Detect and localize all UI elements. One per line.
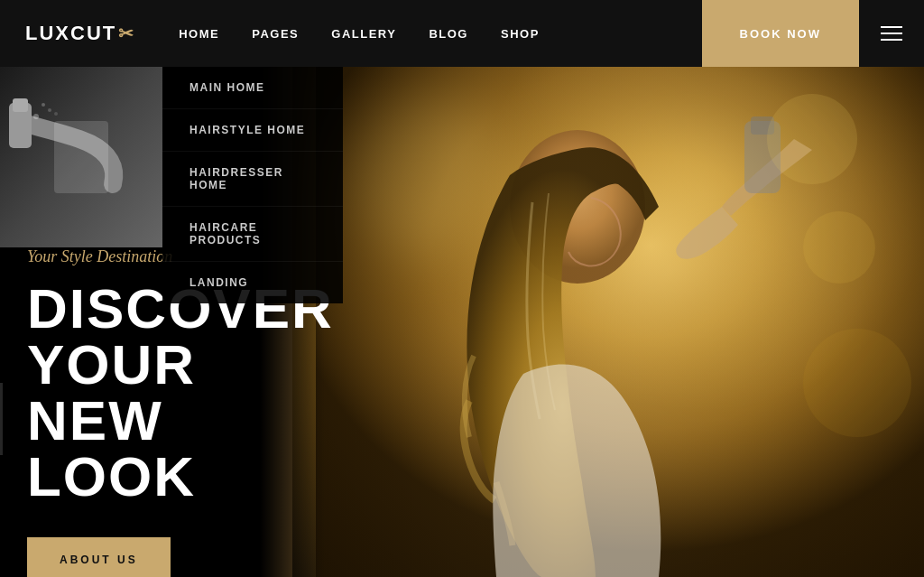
svg-point-6 [803,329,911,437]
dropdown-item-haircare-products[interactable]: HAIRCARE PRODUCTS [162,207,343,262]
dropdown-item-main-home[interactable]: MAIN HOME [162,67,343,109]
nav-item-home[interactable]: HOME [179,27,219,41]
svg-point-12 [48,108,51,112]
hero-title-line2: YOUR [27,333,196,396]
dropdown-item-landing[interactable]: LANDING [162,262,343,303]
hamburger-line-3 [881,39,902,41]
hero-title-line4: LOOK [27,445,196,507]
logo[interactable]: LUXCUT✂ [0,22,161,45]
svg-point-4 [767,94,857,184]
hero-image-svg [316,67,924,577]
pages-dropdown: MAIN HOME HAIRSTYLE HOME HAIRDRESSER HOM… [162,67,343,303]
hamburger-line-2 [881,33,902,34]
left-small-image [0,67,162,247]
book-now-button[interactable]: BOOK NOW [702,0,859,67]
svg-rect-10 [13,98,28,112]
main-nav: HOME PAGES GALLERY BLOG SHOP [161,27,701,41]
svg-point-11 [33,114,39,119]
logo-text: LUXCUT [25,22,116,45]
hamburger-menu[interactable] [859,26,924,41]
dropdown-item-hairdresser-home[interactable]: HAIRDRESSER HOME [162,152,343,207]
svg-point-5 [803,211,875,284]
about-us-button[interactable]: ABOUT US [27,537,171,577]
hero-title: DISCOVER YOUR NEW LOOK [27,281,325,505]
nav-item-pages[interactable]: PAGES [252,27,299,41]
svg-point-14 [54,112,58,116]
svg-rect-8 [0,67,162,247]
vertical-accent [0,383,3,455]
hero-title-line3: NEW [27,389,163,451]
nav-item-shop[interactable]: SHOP [501,27,540,41]
header: LUXCUT✂ HOME PAGES GALLERY BLOG SHOP BOO… [0,0,924,67]
hamburger-line-1 [881,26,902,28]
dropdown-item-hairstyle-home[interactable]: HAIRSTYLE HOME [162,109,343,152]
scissors-icon: ✂ [118,23,135,44]
svg-point-13 [42,103,45,107]
nav-item-gallery[interactable]: GALLERY [331,27,396,41]
main-content: MAIN HOME HAIRSTYLE HOME HAIRDRESSER HOM… [0,67,924,577]
nav-item-blog[interactable]: BLOG [429,27,468,41]
